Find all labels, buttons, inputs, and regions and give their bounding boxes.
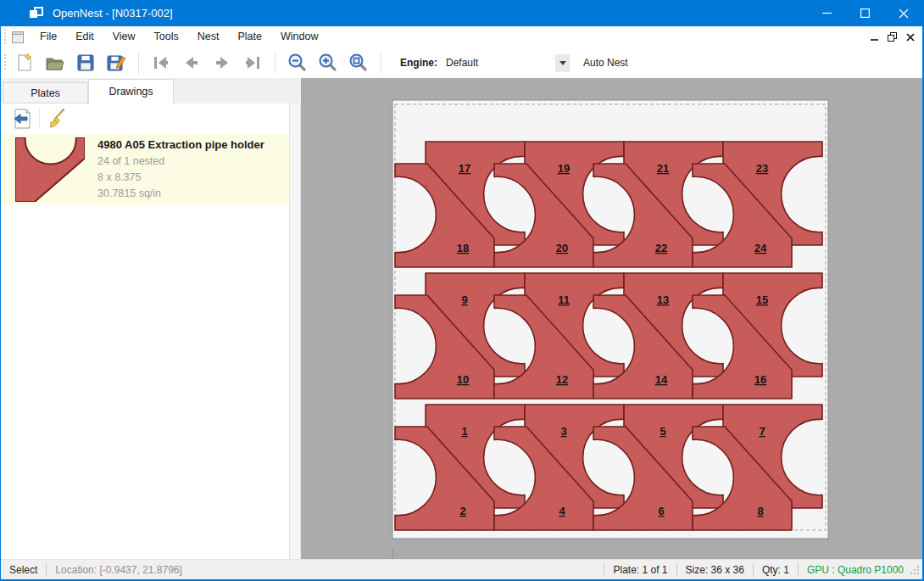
save-as-button[interactable] [103,50,129,75]
tabstrip: Plates Drawings [1,78,301,103]
status-separator [798,563,799,577]
open-folder-icon [45,53,65,73]
drawing-dimensions: 8 x 8.375 [97,170,264,186]
zoom-in-button[interactable] [315,50,341,75]
auto-nest-button[interactable]: Auto Nest [583,57,628,69]
first-arrow-icon [151,53,171,73]
save-icon [75,53,96,73]
go-first-button[interactable] [148,50,174,75]
open-button[interactable] [42,50,68,75]
menu-view[interactable]: View [103,26,145,47]
part-number: 14 [655,373,668,386]
drawing-title: 4980 A05 Extraction pipe holder [97,138,264,151]
status-separator [46,563,47,577]
go-next-button[interactable] [209,50,235,75]
maximize-icon [860,8,870,18]
tab-drawings[interactable]: Drawings [88,79,174,103]
mdi-minimize-button[interactable] [866,29,883,46]
drawing-list-item[interactable]: 4980 A05 Extraction pipe holder 24 of 1 … [1,134,289,205]
menu-tools[interactable]: Tools [145,26,188,47]
zoom-fit-icon [348,53,369,73]
main-body: Plates Drawings [1,78,922,559]
resize-grip[interactable] [910,565,920,578]
status-plate: Plate: 1 of 1 [613,564,667,576]
mdi-close-button[interactable] [901,29,919,46]
part-number: 15 [756,293,768,306]
part-number: 7 [759,425,765,438]
part-number: 6 [658,505,664,517]
minimize-icon [822,8,832,18]
menu-edit[interactable]: Edit [66,26,103,47]
toolbar-grip[interactable] [4,54,6,71]
drawing-thumbnail [13,137,87,202]
part-number: 1 [461,425,467,438]
close-button[interactable] [884,0,922,26]
mdi-close-icon [906,33,915,42]
zoom-out-button[interactable] [285,50,310,75]
part-number: 22 [655,242,667,254]
previous-arrow-icon [181,53,202,73]
new-document-icon [14,53,35,73]
status-location: Location: [-0.9437, 21.8796] [55,564,181,576]
save-button[interactable] [73,50,98,75]
close-icon [899,8,909,19]
part-number: 13 [657,293,669,306]
app-icon [29,7,44,20]
menu-window[interactable]: Window [271,26,327,47]
zoom-fit-button[interactable] [346,50,371,75]
menu-nest[interactable]: Nest [188,26,229,47]
part-number: 3 [560,425,566,438]
zoom-out-icon [287,53,308,73]
engine-select[interactable]: Default [443,53,570,73]
status-size: Size: 36 x 36 [686,564,744,576]
part-number: 5 [660,425,665,438]
part-number: 16 [754,373,766,386]
part-shape-thumbnail [15,137,85,202]
engine-label: Engine: [400,57,437,69]
drawing-nested-count: 24 of 1 nested [97,154,264,170]
drawing-area: 30.7815 sq/in [97,186,264,202]
mdi-restore-icon [888,32,898,42]
part-number: 2 [459,505,465,517]
part-number: 21 [657,162,669,175]
engine-value: Default [443,57,555,69]
document-icon [11,31,25,44]
main-toolbar: Engine: Default Auto Nest [1,47,922,78]
clear-drawings-button[interactable] [44,106,70,131]
part-number: 11 [558,293,570,306]
zoom-in-icon [318,53,338,73]
save-edit-icon [106,53,126,73]
menu-plate[interactable]: Plate [228,26,271,47]
mdi-minimize-icon [871,33,879,42]
minimize-button[interactable] [808,0,846,26]
toolbar-separator [39,109,40,129]
drawings-panel: 4980 A05 Extraction pipe holder 24 of 1 … [1,103,289,559]
toolbar-separator [138,52,139,74]
titlebar: OpenNest - [N0317-002] [1,0,922,26]
part-number: 10 [457,373,469,386]
go-last-button[interactable] [240,50,265,75]
maximize-button[interactable] [846,0,884,26]
status-qty: Qty: 1 [762,564,789,576]
tab-plates[interactable]: Plates [3,82,88,103]
part-number: 19 [558,162,570,175]
new-button[interactable] [12,50,37,75]
engine-dropdown-button[interactable] [555,54,570,72]
import-arrow-icon [11,108,33,130]
go-previous-button[interactable] [179,50,204,75]
import-drawing-button[interactable] [9,106,35,131]
nest-canvas[interactable]: 171819202122232491011121314151612345678 [301,78,922,559]
status-separator [753,563,754,577]
menubar-grip[interactable] [4,29,6,46]
window-title: OpenNest - [N0317-002] [53,7,808,20]
app-window: OpenNest - [N0317-002] File Edit View To… [0,0,924,581]
part-number: 20 [556,242,568,254]
menu-file[interactable]: File [31,26,66,47]
mdi-restore-button[interactable] [883,29,901,46]
status-separator [604,563,604,577]
part-number: 23 [756,162,768,175]
part-number: 18 [457,242,469,254]
status-mode: Select [9,564,37,576]
broom-icon [46,108,68,130]
panel-scrollbar[interactable] [289,103,301,559]
